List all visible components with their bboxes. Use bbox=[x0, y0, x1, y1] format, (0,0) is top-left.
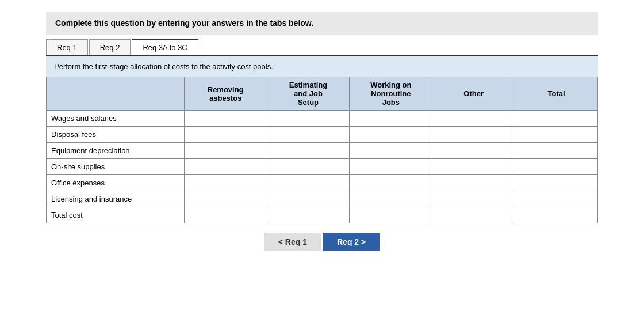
row-category-1: Disposal fees bbox=[47, 127, 185, 143]
col-header-estimating-setup: Estimatingand JobSetup bbox=[267, 77, 350, 111]
tabs-row: Req 1 Req 2 Req 3A to 3C bbox=[46, 39, 598, 56]
cell-4-0[interactable] bbox=[184, 175, 267, 191]
row-category-3: On-site supplies bbox=[47, 159, 185, 175]
cell-5-1[interactable] bbox=[267, 191, 350, 207]
tab-req3a3c[interactable]: Req 3A to 3C bbox=[132, 39, 198, 55]
cell-6-4[interactable] bbox=[515, 207, 598, 223]
cell-0-3[interactable] bbox=[432, 111, 515, 127]
row-category-0: Wages and salaries bbox=[47, 111, 185, 127]
cell-6-2[interactable] bbox=[350, 207, 432, 223]
col-header-working-nonroutine: Working onNonroutineJobs bbox=[350, 77, 432, 111]
cell-2-0[interactable] bbox=[184, 143, 267, 159]
instruction-bar: Complete this question by entering your … bbox=[46, 12, 598, 35]
cell-2-2[interactable] bbox=[350, 143, 432, 159]
table-row: On-site supplies bbox=[47, 159, 598, 175]
cell-3-4[interactable] bbox=[515, 159, 598, 175]
cell-3-3[interactable] bbox=[432, 159, 515, 175]
cell-4-4[interactable] bbox=[515, 175, 598, 191]
col-header-category bbox=[47, 77, 185, 111]
cell-0-2[interactable] bbox=[350, 111, 432, 127]
cost-allocation-table: Removingasbestos Estimatingand JobSetup … bbox=[46, 77, 598, 223]
cell-4-1[interactable] bbox=[267, 175, 350, 191]
cell-2-3[interactable] bbox=[432, 143, 515, 159]
col-header-other: Other bbox=[432, 77, 515, 111]
cell-1-1[interactable] bbox=[267, 127, 350, 143]
cell-3-2[interactable] bbox=[350, 159, 432, 175]
cell-4-3[interactable] bbox=[432, 175, 515, 191]
navigation-buttons: < Req 1 Req 2 > bbox=[46, 233, 598, 251]
cell-2-1[interactable] bbox=[267, 143, 350, 159]
table-row: Total cost bbox=[47, 207, 598, 223]
table-row: Licensing and insurance bbox=[47, 191, 598, 207]
cell-6-0[interactable] bbox=[184, 207, 267, 223]
cell-1-0[interactable] bbox=[184, 127, 267, 143]
cell-5-4[interactable] bbox=[515, 191, 598, 207]
cell-0-1[interactable] bbox=[267, 111, 350, 127]
prev-button[interactable]: < Req 1 bbox=[264, 233, 321, 251]
tab-req1[interactable]: Req 1 bbox=[46, 39, 88, 55]
col-header-removing-asbestos: Removingasbestos bbox=[184, 77, 267, 111]
cell-6-1[interactable] bbox=[267, 207, 350, 223]
table-row: Disposal fees bbox=[47, 127, 598, 143]
cell-1-2[interactable] bbox=[350, 127, 432, 143]
table-row: Wages and salaries bbox=[47, 111, 598, 127]
row-category-6: Total cost bbox=[47, 207, 185, 223]
cell-0-4[interactable] bbox=[515, 111, 598, 127]
description-bar: Perform the first-stage allocation of co… bbox=[46, 56, 598, 77]
cell-3-1[interactable] bbox=[267, 159, 350, 175]
cell-5-2[interactable] bbox=[350, 191, 432, 207]
cell-2-4[interactable] bbox=[515, 143, 598, 159]
row-category-5: Licensing and insurance bbox=[47, 191, 185, 207]
cell-3-0[interactable] bbox=[184, 159, 267, 175]
cell-1-3[interactable] bbox=[432, 127, 515, 143]
next-button[interactable]: Req 2 > bbox=[323, 233, 379, 251]
cell-6-3[interactable] bbox=[432, 207, 515, 223]
cell-0-0[interactable] bbox=[184, 111, 267, 127]
row-category-4: Office expenses bbox=[47, 175, 185, 191]
cell-4-2[interactable] bbox=[350, 175, 432, 191]
table-row: Office expenses bbox=[47, 175, 598, 191]
cell-5-0[interactable] bbox=[184, 191, 267, 207]
cell-5-3[interactable] bbox=[432, 191, 515, 207]
tab-req2[interactable]: Req 2 bbox=[89, 39, 131, 55]
col-header-total: Total bbox=[515, 77, 598, 111]
row-category-2: Equipment depreciation bbox=[47, 143, 185, 159]
table-row: Equipment depreciation bbox=[47, 143, 598, 159]
cell-1-4[interactable] bbox=[515, 127, 598, 143]
